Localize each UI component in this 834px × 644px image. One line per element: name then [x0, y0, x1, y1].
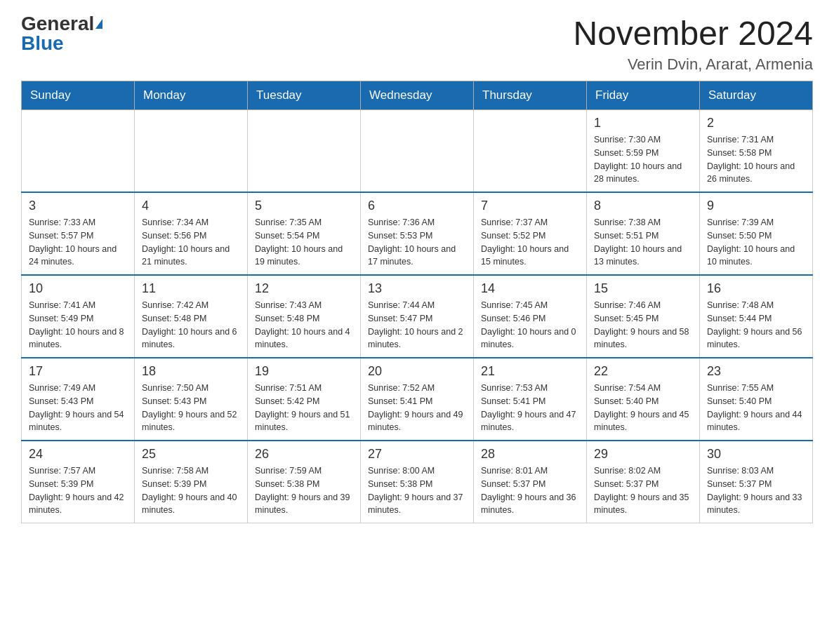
calendar-cell: 20Sunrise: 7:52 AM Sunset: 5:41 PM Dayli…: [361, 358, 474, 441]
logo-general-line: General: [21, 14, 102, 34]
day-info: Sunrise: 7:33 AM Sunset: 5:57 PM Dayligh…: [29, 216, 127, 269]
logo-general-text: General: [21, 14, 94, 34]
day-number: 29: [594, 447, 692, 462]
day-info: Sunrise: 7:35 AM Sunset: 5:54 PM Dayligh…: [255, 216, 353, 269]
calendar-cell: 24Sunrise: 7:57 AM Sunset: 5:39 PM Dayli…: [22, 441, 135, 523]
calendar-week-row: 10Sunrise: 7:41 AM Sunset: 5:49 PM Dayli…: [22, 275, 813, 358]
day-info: Sunrise: 7:30 AM Sunset: 5:59 PM Dayligh…: [594, 133, 692, 186]
logo: General Blue: [21, 14, 102, 53]
weekday-header-tuesday: Tuesday: [248, 81, 361, 110]
day-info: Sunrise: 7:55 AM Sunset: 5:40 PM Dayligh…: [707, 382, 805, 434]
calendar-cell: 9Sunrise: 7:39 AM Sunset: 5:50 PM Daylig…: [700, 192, 813, 275]
weekday-header-saturday: Saturday: [700, 81, 813, 110]
day-info: Sunrise: 7:53 AM Sunset: 5:41 PM Dayligh…: [481, 382, 579, 434]
day-info: Sunrise: 7:48 AM Sunset: 5:44 PM Dayligh…: [707, 299, 805, 351]
day-number: 18: [142, 364, 240, 379]
day-number: 11: [142, 281, 240, 296]
day-number: 22: [594, 364, 692, 379]
day-number: 3: [29, 199, 127, 213]
day-number: 6: [368, 199, 466, 213]
day-info: Sunrise: 8:00 AM Sunset: 5:38 PM Dayligh…: [368, 464, 466, 517]
calendar-cell: 11Sunrise: 7:42 AM Sunset: 5:48 PM Dayli…: [135, 275, 248, 358]
calendar-cell: [22, 110, 135, 193]
calendar-cell: 30Sunrise: 8:03 AM Sunset: 5:37 PM Dayli…: [700, 441, 813, 523]
day-number: 20: [368, 364, 466, 379]
day-number: 14: [481, 281, 579, 296]
day-info: Sunrise: 7:31 AM Sunset: 5:58 PM Dayligh…: [707, 133, 805, 186]
day-number: 17: [29, 364, 127, 379]
calendar-cell: 15Sunrise: 7:46 AM Sunset: 5:45 PM Dayli…: [587, 275, 700, 358]
day-number: 1: [594, 116, 692, 130]
calendar-cell: [361, 110, 474, 193]
day-info: Sunrise: 7:57 AM Sunset: 5:39 PM Dayligh…: [29, 464, 127, 517]
calendar-week-row: 1Sunrise: 7:30 AM Sunset: 5:59 PM Daylig…: [22, 110, 813, 193]
day-number: 2: [707, 116, 805, 130]
day-number: 28: [481, 447, 579, 462]
calendar-week-row: 24Sunrise: 7:57 AM Sunset: 5:39 PM Dayli…: [22, 441, 813, 523]
calendar-cell: 6Sunrise: 7:36 AM Sunset: 5:53 PM Daylig…: [361, 192, 474, 275]
day-number: 9: [707, 199, 805, 213]
day-info: Sunrise: 7:52 AM Sunset: 5:41 PM Dayligh…: [368, 382, 466, 434]
day-number: 21: [481, 364, 579, 379]
calendar-cell: 4Sunrise: 7:34 AM Sunset: 5:56 PM Daylig…: [135, 192, 248, 275]
calendar-cell: 22Sunrise: 7:54 AM Sunset: 5:40 PM Dayli…: [587, 358, 700, 441]
weekday-header-wednesday: Wednesday: [361, 81, 474, 110]
day-number: 10: [29, 281, 127, 296]
calendar-cell: 17Sunrise: 7:49 AM Sunset: 5:43 PM Dayli…: [22, 358, 135, 441]
calendar-cell: [474, 110, 587, 193]
day-info: Sunrise: 7:37 AM Sunset: 5:52 PM Dayligh…: [481, 216, 579, 269]
logo-blue-text: Blue: [21, 32, 64, 54]
day-info: Sunrise: 7:39 AM Sunset: 5:50 PM Dayligh…: [707, 216, 805, 269]
calendar-cell: 12Sunrise: 7:43 AM Sunset: 5:48 PM Dayli…: [248, 275, 361, 358]
day-info: Sunrise: 8:03 AM Sunset: 5:37 PM Dayligh…: [707, 464, 805, 517]
day-info: Sunrise: 7:41 AM Sunset: 5:49 PM Dayligh…: [29, 299, 127, 351]
calendar-cell: 23Sunrise: 7:55 AM Sunset: 5:40 PM Dayli…: [700, 358, 813, 441]
day-number: 7: [481, 199, 579, 213]
day-number: 19: [255, 364, 353, 379]
calendar-cell: 2Sunrise: 7:31 AM Sunset: 5:58 PM Daylig…: [700, 110, 813, 193]
day-number: 5: [255, 199, 353, 213]
calendar-cell: 27Sunrise: 8:00 AM Sunset: 5:38 PM Dayli…: [361, 441, 474, 523]
header: General Blue November 2024 Verin Dvin, A…: [21, 14, 813, 74]
calendar-week-row: 3Sunrise: 7:33 AM Sunset: 5:57 PM Daylig…: [22, 192, 813, 275]
day-number: 30: [707, 447, 805, 462]
weekday-header-monday: Monday: [135, 81, 248, 110]
day-number: 15: [594, 281, 692, 296]
weekday-header-friday: Friday: [587, 81, 700, 110]
weekday-header-sunday: Sunday: [22, 81, 135, 110]
calendar-cell: 14Sunrise: 7:45 AM Sunset: 5:46 PM Dayli…: [474, 275, 587, 358]
calendar-cell: 8Sunrise: 7:38 AM Sunset: 5:51 PM Daylig…: [587, 192, 700, 275]
calendar-cell: 19Sunrise: 7:51 AM Sunset: 5:42 PM Dayli…: [248, 358, 361, 441]
calendar-cell: 26Sunrise: 7:59 AM Sunset: 5:38 PM Dayli…: [248, 441, 361, 523]
day-number: 4: [142, 199, 240, 213]
day-info: Sunrise: 7:43 AM Sunset: 5:48 PM Dayligh…: [255, 299, 353, 351]
calendar-cell: 3Sunrise: 7:33 AM Sunset: 5:57 PM Daylig…: [22, 192, 135, 275]
logo-blue-line: Blue: [21, 34, 64, 53]
calendar-cell: 13Sunrise: 7:44 AM Sunset: 5:47 PM Dayli…: [361, 275, 474, 358]
calendar-cell: 5Sunrise: 7:35 AM Sunset: 5:54 PM Daylig…: [248, 192, 361, 275]
day-info: Sunrise: 7:42 AM Sunset: 5:48 PM Dayligh…: [142, 299, 240, 351]
calendar-week-row: 17Sunrise: 7:49 AM Sunset: 5:43 PM Dayli…: [22, 358, 813, 441]
calendar-cell: 29Sunrise: 8:02 AM Sunset: 5:37 PM Dayli…: [587, 441, 700, 523]
day-info: Sunrise: 7:44 AM Sunset: 5:47 PM Dayligh…: [368, 299, 466, 351]
day-info: Sunrise: 7:58 AM Sunset: 5:39 PM Dayligh…: [142, 464, 240, 517]
calendar-cell: 16Sunrise: 7:48 AM Sunset: 5:44 PM Dayli…: [700, 275, 813, 358]
calendar-cell: [135, 110, 248, 193]
calendar-title: November 2024: [573, 14, 813, 53]
day-info: Sunrise: 7:50 AM Sunset: 5:43 PM Dayligh…: [142, 382, 240, 434]
calendar-cell: 21Sunrise: 7:53 AM Sunset: 5:41 PM Dayli…: [474, 358, 587, 441]
day-info: Sunrise: 7:34 AM Sunset: 5:56 PM Dayligh…: [142, 216, 240, 269]
day-number: 23: [707, 364, 805, 379]
day-number: 12: [255, 281, 353, 296]
day-number: 8: [594, 199, 692, 213]
day-info: Sunrise: 8:02 AM Sunset: 5:37 PM Dayligh…: [594, 464, 692, 517]
day-number: 26: [255, 447, 353, 462]
day-info: Sunrise: 7:54 AM Sunset: 5:40 PM Dayligh…: [594, 382, 692, 434]
calendar-cell: 18Sunrise: 7:50 AM Sunset: 5:43 PM Dayli…: [135, 358, 248, 441]
title-section: November 2024 Verin Dvin, Ararat, Armeni…: [573, 14, 813, 74]
calendar-table: SundayMondayTuesdayWednesdayThursdayFrid…: [21, 81, 813, 523]
day-number: 16: [707, 281, 805, 296]
weekday-header-thursday: Thursday: [474, 81, 587, 110]
calendar-cell: 1Sunrise: 7:30 AM Sunset: 5:59 PM Daylig…: [587, 110, 700, 193]
day-info: Sunrise: 7:59 AM Sunset: 5:38 PM Dayligh…: [255, 464, 353, 517]
